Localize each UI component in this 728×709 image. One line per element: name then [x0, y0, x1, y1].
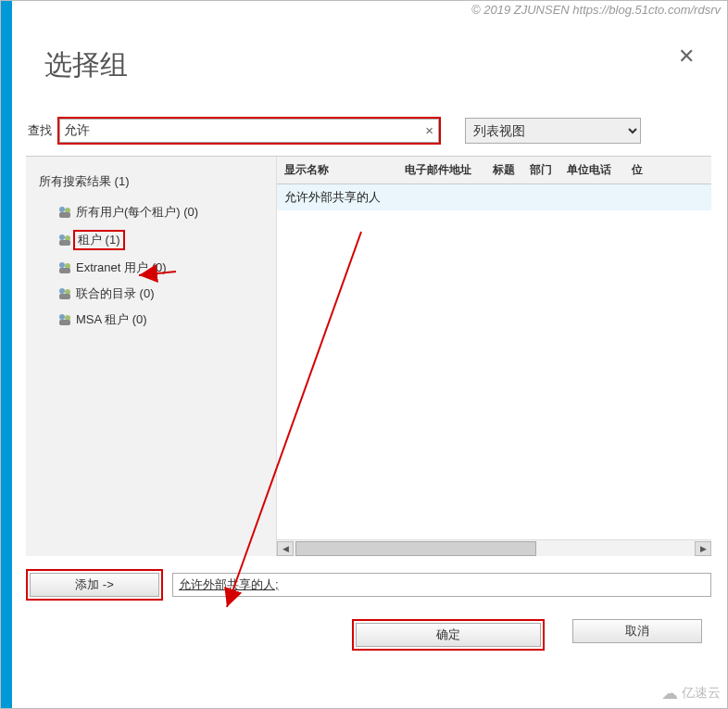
select-group-dialog: ✕ 选择组 查找 × 列表视图 所有搜索结果 (1) 所有用户(每个租户) (0… [26, 28, 711, 651]
th-title[interactable]: 标题 [485, 157, 522, 184]
bottom-row: 添加 -> [26, 569, 711, 601]
watermark-text: 亿速云 [682, 685, 721, 702]
search-label: 查找 [28, 122, 52, 139]
table-body: 允许外部共享的人 [277, 184, 711, 539]
close-icon[interactable]: ✕ [678, 44, 695, 69]
search-input[interactable] [59, 119, 439, 143]
tree-item-extranet[interactable]: Extranet 用户 (0) [56, 255, 267, 281]
tree-items: 所有用户(每个租户) (0) 租户 (1) Extranet 用户 (0) [39, 199, 267, 333]
blue-accent-strip [1, 1, 12, 708]
action-row: 确定 取消 [26, 619, 711, 651]
scroll-left-icon[interactable]: ◀ [277, 541, 294, 556]
svg-point-0 [59, 207, 65, 212]
selected-items-input[interactable] [172, 573, 711, 597]
th-last[interactable]: 位 [624, 157, 711, 184]
dialog-title: 选择组 [44, 46, 711, 84]
add-button-highlight: 添加 -> [26, 569, 163, 601]
group-icon [57, 233, 72, 247]
clear-search-icon[interactable]: × [425, 122, 433, 138]
watermark-logo-icon: ☁ [661, 683, 678, 703]
tree-root-label[interactable]: 所有搜索结果 (1) [39, 173, 267, 190]
results-panel: 显示名称 电子邮件地址 标题 部门 单位电话 位 允许外部共享的人 ◀ ▶ [276, 157, 711, 556]
view-select[interactable]: 列表视图 [465, 118, 641, 144]
ok-button[interactable]: 确定 [356, 623, 541, 647]
group-icon [57, 205, 72, 220]
add-button[interactable]: 添加 -> [30, 573, 159, 597]
tree-item-tenant[interactable]: 租户 (1) [56, 225, 267, 255]
copyright-text: © 2019 ZJUNSEN https://blog.51cto.com/rd… [471, 3, 721, 17]
th-phone[interactable]: 单位电话 [559, 157, 624, 184]
svg-point-9 [59, 288, 65, 294]
tree-item-label: 所有用户(每个租户) (0) [76, 204, 198, 221]
tree-item-label: 联合的目录 (0) [76, 285, 155, 302]
th-display-name[interactable]: 显示名称 [277, 157, 397, 184]
th-department[interactable]: 部门 [522, 157, 559, 184]
svg-rect-2 [59, 212, 70, 218]
svg-rect-5 [59, 240, 70, 246]
svg-point-12 [59, 314, 65, 320]
tree-panel: 所有搜索结果 (1) 所有用户(每个租户) (0) 租户 (1) [26, 157, 276, 556]
svg-rect-11 [59, 294, 70, 299]
group-icon [57, 286, 72, 301]
tree-item-label: MSA 租户 (0) [76, 311, 147, 328]
table-row[interactable]: 允许外部共享的人 [277, 184, 711, 210]
tree-item-msa[interactable]: MSA 租户 (0) [56, 307, 267, 333]
ok-button-highlight: 确定 [352, 619, 545, 651]
tree-item-federated[interactable]: 联合的目录 (0) [56, 281, 267, 307]
svg-rect-8 [59, 268, 70, 273]
search-input-highlight: × [57, 117, 441, 145]
svg-point-6 [59, 262, 65, 268]
tree-item-label: 租户 (1) [73, 230, 125, 250]
svg-point-3 [59, 234, 65, 240]
tree-item-all-users[interactable]: 所有用户(每个租户) (0) [56, 199, 267, 225]
cancel-button[interactable]: 取消 [572, 619, 702, 643]
horizontal-scrollbar[interactable]: ◀ ▶ [277, 539, 711, 556]
group-icon [57, 260, 72, 275]
th-email[interactable]: 电子邮件地址 [397, 157, 485, 184]
scroll-thumb[interactable] [295, 541, 536, 556]
svg-rect-14 [59, 320, 70, 325]
table-header: 显示名称 电子邮件地址 标题 部门 单位电话 位 [277, 157, 711, 184]
tree-item-label: Extranet 用户 (0) [76, 260, 167, 276]
group-icon [57, 312, 72, 327]
watermark: ☁ 亿速云 [661, 683, 721, 703]
search-row: 查找 × 列表视图 [26, 117, 711, 145]
scroll-right-icon[interactable]: ▶ [695, 541, 711, 556]
main-area: 所有搜索结果 (1) 所有用户(每个租户) (0) 租户 (1) [26, 156, 711, 556]
